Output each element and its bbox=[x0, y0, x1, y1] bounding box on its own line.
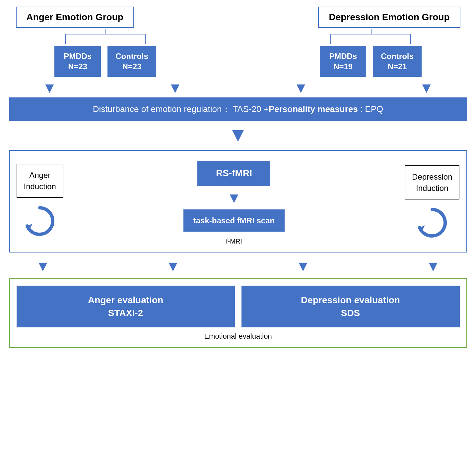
task-fmri-label: task-based fMRI scan bbox=[193, 216, 275, 225]
arrows-row-1: ▼ ▼ ▼ ▼ bbox=[9, 80, 467, 96]
rs-fmri-label: RS-fMRI bbox=[216, 168, 252, 178]
depression-eval-label: Depression evaluationSDS bbox=[301, 295, 400, 318]
main-diagram: Anger Emotion Group Depression Emotion G… bbox=[9, 7, 467, 348]
arrow-eval-4: ▼ bbox=[426, 258, 441, 274]
arrow-3: ▼ bbox=[294, 80, 308, 96]
fmri-center: RS-fMRI ▼ task-based fMRI scan f-MRI bbox=[183, 161, 285, 245]
depression-induction-box: DepressionInduction bbox=[405, 165, 459, 199]
down-arrow-icon-4: ▼ bbox=[419, 80, 434, 96]
eval-arrow-icon-2: ▼ bbox=[166, 258, 180, 274]
arrow-eval-3: ▼ bbox=[296, 258, 310, 274]
depression-group-title: Depression Emotion Group bbox=[329, 12, 449, 22]
arrow-1: ▼ bbox=[42, 80, 57, 96]
anger-subgroup-container: PMDDsN=23 ControlsN=23 bbox=[16, 29, 195, 77]
down-arrow-icon-3: ▼ bbox=[294, 80, 308, 96]
wide-blue-bar: Disturbance of emotion regulation： TAS-2… bbox=[9, 97, 467, 121]
arrow-4: ▼ bbox=[419, 80, 434, 96]
anger-induction-box: AngerInduction bbox=[17, 164, 63, 198]
eval-arrow-icon-4: ▼ bbox=[426, 258, 441, 274]
rs-fmri-box: RS-fMRI bbox=[197, 161, 270, 186]
eval-boxes-row: Anger evaluationSTAXI-2 Depression evalu… bbox=[17, 286, 460, 327]
depression-control-label: ControlsN=21 bbox=[381, 52, 414, 71]
depression-group-header: Depression Emotion Group bbox=[318, 7, 460, 28]
anger-group-title: Anger Emotion Group bbox=[27, 12, 123, 22]
depression-pmdd-box: PMDDsN=19 bbox=[320, 46, 366, 77]
anger-eval-label: Anger evaluationSTAXI-2 bbox=[88, 295, 163, 318]
anger-control-label: ControlsN=23 bbox=[115, 52, 148, 71]
fmri-down-arrow: ▼ bbox=[227, 190, 241, 206]
anger-pmdd-box: PMDDsN=23 bbox=[54, 46, 101, 77]
anger-induction-col: AngerInduction bbox=[17, 164, 63, 242]
arrow-eval-1: ▼ bbox=[36, 258, 50, 274]
eval-label-text: Emotional evaluation bbox=[204, 332, 272, 340]
fmri-label-text: f-MRI bbox=[226, 238, 242, 245]
fmri-section: AngerInduction RS-fMRI ▼ task-based fMRI… bbox=[9, 150, 467, 253]
anger-induction-label: AngerInduction bbox=[24, 171, 56, 191]
circular-arrow-right bbox=[416, 206, 449, 241]
arrow-2: ▼ bbox=[168, 80, 182, 96]
down-arrow-icon-1: ▼ bbox=[42, 80, 57, 96]
depression-induction-label: DepressionInduction bbox=[412, 172, 452, 193]
subgroups-row: PMDDsN=23 ControlsN=23 PMDDsN=19 Con bbox=[9, 29, 467, 77]
eval-arrow-icon-3: ▼ bbox=[296, 258, 310, 274]
emotional-eval-label: Emotional evaluation bbox=[204, 332, 272, 341]
depression-control-box: ControlsN=21 bbox=[373, 46, 422, 77]
group-headers-row: Anger Emotion Group Depression Emotion G… bbox=[9, 7, 467, 28]
anger-pmdd-label: PMDDsN=23 bbox=[64, 52, 92, 71]
depression-eval-box: Depression evaluationSDS bbox=[241, 286, 460, 327]
anger-subgroup-boxes: PMDDsN=23 ControlsN=23 bbox=[54, 46, 156, 77]
large-arrow-icon: ▼ bbox=[228, 124, 248, 146]
fmri-section-label: f-MRI bbox=[226, 238, 242, 245]
depression-subgroup-container: PMDDsN=19 ControlsN=21 bbox=[281, 29, 460, 77]
anger-eval-box: Anger evaluationSTAXI-2 bbox=[17, 286, 235, 327]
arrows-row-2: ▼ ▼ ▼ ▼ bbox=[9, 258, 467, 274]
depression-induction-col: DepressionInduction bbox=[405, 165, 459, 241]
depression-subgroup-boxes: PMDDsN=19 ControlsN=21 bbox=[320, 46, 422, 77]
arrow-eval-2: ▼ bbox=[166, 258, 180, 274]
eval-arrow-icon-1: ▼ bbox=[36, 258, 50, 274]
large-down-arrow: ▼ bbox=[228, 125, 248, 145]
anger-control-box: ControlsN=23 bbox=[107, 46, 156, 77]
task-fmri-box: task-based fMRI scan bbox=[183, 209, 285, 232]
evaluation-section: Anger evaluationSTAXI-2 Depression evalu… bbox=[9, 278, 467, 348]
bar-text: Disturbance of emotion regulation： TAS-2… bbox=[93, 104, 383, 114]
down-arrow-icon-2: ▼ bbox=[168, 80, 182, 96]
depression-pmdd-label: PMDDsN=19 bbox=[329, 52, 357, 71]
anger-group-header: Anger Emotion Group bbox=[16, 7, 134, 28]
circular-arrow-left bbox=[23, 204, 56, 242]
